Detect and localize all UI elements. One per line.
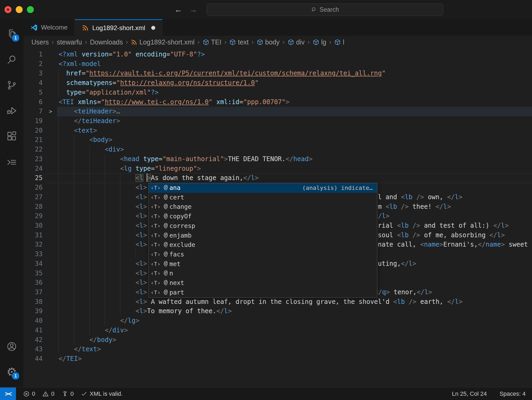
line-number[interactable]: 33: [23, 250, 43, 259]
activity-item-explorer[interactable]: 1: [0, 21, 23, 47]
line-number[interactable]: 6: [23, 97, 43, 107]
zoom-button[interactable]: [27, 6, 34, 13]
line-number[interactable]: 20: [23, 126, 43, 136]
code-line[interactable]: 43 </text>: [23, 345, 532, 354]
code-line[interactable]: 21 <body>: [23, 135, 532, 145]
line-number[interactable]: 38: [23, 297, 43, 307]
line-number[interactable]: 41: [23, 326, 43, 335]
search-box[interactable]: Search: [207, 3, 443, 16]
editor[interactable]: 1<?xml version="1.0" encoding="UTF-8"?>2…: [23, 48, 532, 387]
problems-warnings[interactable]: 0: [42, 390, 54, 397]
breadcrumb-item-l[interactable]: l: [334, 38, 344, 46]
minimize-button[interactable]: [16, 6, 23, 13]
suggestion-item-copyOf[interactable]: ‹T›@copyOf: [149, 212, 377, 221]
back-arrow-icon[interactable]: ←: [174, 6, 182, 14]
line-number[interactable]: 40: [23, 316, 43, 326]
line-number[interactable]: 35: [23, 269, 43, 278]
breadcrumb-item-body[interactable]: body: [257, 38, 280, 46]
line-number[interactable]: 42: [23, 335, 43, 345]
forward-arrow-icon[interactable]: →: [189, 6, 197, 14]
suggestion-item-cert[interactable]: ‹T›@cert: [149, 193, 377, 202]
suggestion-item-corresp[interactable]: ‹T›@corresp: [149, 221, 377, 231]
line-number[interactable]: 36: [23, 278, 43, 288]
code-line[interactable]: 44</TEI>: [23, 354, 532, 364]
line-number[interactable]: 1: [23, 50, 43, 59]
breadcrumb-item-tei[interactable]: TEI: [203, 38, 222, 46]
activity-item-xml-tools[interactable]: [0, 149, 23, 175]
activity-item-extensions[interactable]: [0, 124, 23, 149]
code-line[interactable]: 7> <teiHeader>…: [23, 107, 532, 116]
line-number[interactable]: 23: [23, 154, 43, 164]
tab-log1892-short-xml[interactable]: Log1892-short.xml: [75, 19, 163, 36]
code-line[interactable]: 39 <l>To memory of thee.</l>: [23, 307, 532, 316]
code-line[interactable]: 2<?xml-model: [23, 59, 532, 69]
code-line[interactable]: 1<?xml version="1.0" encoding="UTF-8"?>: [23, 50, 532, 59]
line-number[interactable]: 44: [23, 354, 43, 364]
code-line[interactable]: 3 href="https://vault.tei-c.org/P5/curre…: [23, 69, 532, 78]
breadcrumb-item-lg[interactable]: lg: [313, 38, 326, 46]
line-number[interactable]: 5: [23, 88, 43, 97]
code-line[interactable]: 19 </teiHeader>: [23, 116, 532, 126]
breadcrumb-item-log1892-short-xml[interactable]: Log1892-short.xml: [131, 38, 194, 46]
activity-item-account[interactable]: [0, 334, 23, 359]
problems-errors[interactable]: 0: [23, 390, 35, 397]
line-number[interactable]: 25: [23, 173, 43, 183]
line-number[interactable]: 29: [23, 211, 43, 221]
breadcrumb-item-div[interactable]: div: [288, 38, 305, 46]
code-line[interactable]: 20 <text>: [23, 126, 532, 136]
code-line[interactable]: 22 <div>: [23, 145, 532, 154]
line-number[interactable]: 31: [23, 231, 43, 240]
tab-welcome[interactable]: Welcome: [23, 19, 75, 36]
code-line[interactable]: 4 schematypens="http://relaxng.org/ns/st…: [23, 78, 532, 88]
line-number[interactable]: 4: [23, 78, 43, 88]
code-line[interactable]: 41 </div>: [23, 326, 532, 335]
line-number[interactable]: 3: [23, 69, 43, 78]
suggestion-item-facs[interactable]: ‹T›@facs: [149, 250, 377, 259]
line-number[interactable]: 43: [23, 345, 43, 354]
line-number[interactable]: 30: [23, 221, 43, 231]
code-line[interactable]: 42 </body>: [23, 335, 532, 345]
suggestion-item-ana[interactable]: ‹T›@ana(analysis) indicate…: [149, 183, 377, 193]
activity-item-search[interactable]: [0, 47, 23, 72]
code-line[interactable]: 40 </lg>: [23, 316, 532, 326]
breadcrumb-item-stewarfu[interactable]: stewarfu: [57, 38, 82, 46]
breadcrumb-item-users[interactable]: Users: [31, 38, 49, 46]
xml-valid-status[interactable]: XML is valid.: [81, 390, 123, 397]
line-number[interactable]: 24: [23, 164, 43, 174]
remote-indicator[interactable]: ><: [0, 387, 16, 400]
line-number[interactable]: 37: [23, 288, 43, 297]
indent-setting[interactable]: Spaces: 4: [500, 390, 526, 397]
cursor-position[interactable]: Ln 25, Col 24: [452, 390, 487, 397]
suggestion-item-next[interactable]: ‹T›@next: [149, 278, 377, 288]
suggestion-item-part[interactable]: ‹T›@part: [149, 288, 377, 297]
breadcrumb-item-text[interactable]: text: [229, 38, 248, 46]
code-line[interactable]: 5 type="application/xml"?>: [23, 88, 532, 97]
ports-indicator[interactable]: 0: [62, 390, 74, 397]
close-button[interactable]: [5, 6, 11, 13]
line-number[interactable]: 2: [23, 59, 43, 69]
line-number[interactable]: 32: [23, 240, 43, 250]
line-number[interactable]: 19: [23, 116, 43, 126]
suggestion-item-change[interactable]: ‹T›@change: [149, 202, 377, 212]
fold-chevron-icon[interactable]: >: [49, 107, 52, 116]
line-number[interactable]: 7: [23, 107, 43, 116]
activity-item-source-control[interactable]: [0, 72, 23, 98]
suggestion-item-exclude[interactable]: ‹T›@exclude: [149, 240, 377, 250]
code-line[interactable]: 25 <l >As down the stage again,</l>: [23, 173, 532, 183]
line-number[interactable]: 21: [23, 135, 43, 145]
modified-dot-icon[interactable]: [151, 26, 155, 30]
code-line[interactable]: 24 <lg type="linegroup">: [23, 164, 532, 174]
code-line[interactable]: 38 <l> A wafted autumn leaf, dropt in th…: [23, 297, 532, 307]
suggestion-item-met[interactable]: ‹T›@met: [149, 259, 377, 269]
line-number[interactable]: 28: [23, 202, 43, 212]
line-number[interactable]: 26: [23, 183, 43, 193]
suggestion-item-n[interactable]: ‹T›@n: [149, 269, 377, 278]
line-number[interactable]: 39: [23, 307, 43, 316]
breadcrumb-item-downloads[interactable]: Downloads: [90, 38, 123, 46]
line-number[interactable]: 34: [23, 259, 43, 269]
code-line[interactable]: 6<TEI xmlns="http://www.tei-c.org/ns/1.0…: [23, 97, 532, 107]
line-number[interactable]: 27: [23, 193, 43, 202]
activity-item-run-debug[interactable]: [0, 98, 23, 124]
line-number[interactable]: 22: [23, 145, 43, 154]
suggestion-item-enjamb[interactable]: ‹T›@enjamb: [149, 231, 377, 240]
